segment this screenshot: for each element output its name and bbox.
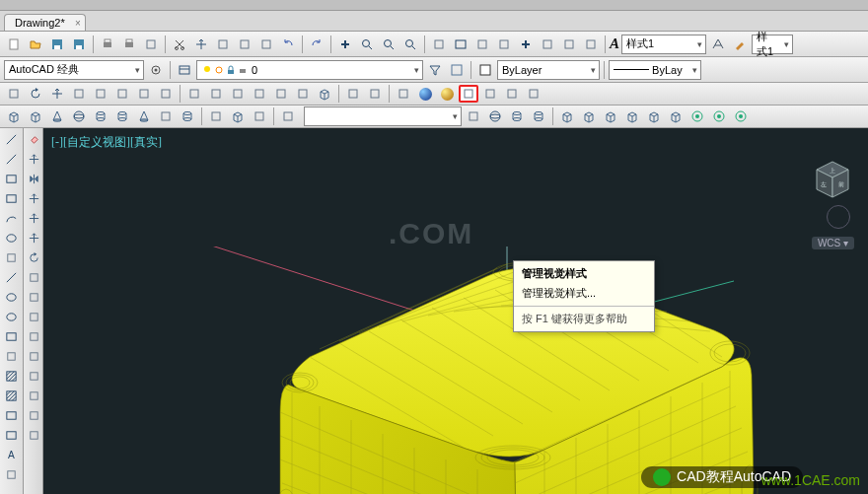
iso-left-icon[interactable] [601,107,620,125]
3dorbit-icon[interactable] [687,107,707,125]
table2-icon[interactable] [2,426,22,445]
copy2-icon[interactable] [24,150,43,169]
mirror-icon[interactable] [24,170,43,188]
wedge-icon[interactable] [26,107,45,125]
polygon-icon[interactable] [2,170,22,188]
3dmove-icon[interactable] [47,85,67,103]
linetype-dropdown[interactable]: ByLay [609,60,701,80]
save-icon[interactable] [47,35,67,54]
link-icon[interactable] [559,35,579,54]
brush-icon[interactable] [730,35,750,54]
slice-icon[interactable] [91,85,110,103]
break-icon[interactable] [24,347,43,366]
annotation-icon[interactable] [708,35,728,54]
rect-icon[interactable] [2,189,22,208]
new-icon[interactable] [4,35,24,54]
help-icon[interactable] [581,35,601,54]
layer-filter-icon[interactable] [425,60,445,80]
arc-icon[interactable] [2,209,22,228]
polysolid-icon[interactable] [156,107,176,125]
ellipse-icon[interactable] [2,288,22,307]
region-icon[interactable] [2,406,22,425]
iso-right-icon[interactable] [622,107,642,125]
nav-wheel-icon[interactable] [827,205,850,229]
box-face-icon[interactable] [315,85,334,103]
wire3d-icon[interactable] [365,85,385,103]
orbit-free-icon[interactable] [709,107,729,125]
pyramid-icon[interactable] [134,107,154,125]
rotate-icon[interactable] [24,248,43,267]
circle-icon[interactable] [2,229,22,247]
redo-icon[interactable] [307,35,326,54]
spline-icon[interactable] [2,268,22,287]
filter-icon[interactable] [464,107,483,125]
paste-icon[interactable] [213,35,233,54]
saveas-icon[interactable] [69,35,89,54]
layer-properties-icon[interactable] [175,60,194,80]
stretch-icon[interactable] [24,288,43,307]
facet-icon[interactable] [502,85,522,103]
text-style-icon[interactable]: A [610,35,619,52]
zoom-window-icon[interactable] [357,35,377,54]
visual-styles-icon[interactable] [459,85,478,103]
gradient-icon[interactable] [2,387,22,405]
box-icon[interactable] [4,107,24,125]
sheet-icon[interactable] [429,35,449,54]
revolve-icon[interactable] [228,85,248,103]
coil-icon[interactable] [507,107,527,125]
smooth-icon[interactable] [524,85,543,103]
layers-panel-icon[interactable] [516,35,536,54]
shaded-blue-icon[interactable] [415,85,435,103]
sphere2-icon[interactable] [69,107,89,125]
cylinder-icon[interactable] [91,107,110,125]
move-icon[interactable] [24,229,43,247]
wcs-label[interactable]: WCS ▾ [812,237,854,249]
viewport-label[interactable]: [-][自定义视图][真实] [51,134,162,151]
hatch-icon[interactable] [2,367,22,386]
interfere-icon[interactable] [112,85,132,103]
array-icon[interactable] [24,209,43,228]
layer-dropdown[interactable]: 0 [196,60,423,80]
thicken-icon[interactable] [134,85,154,103]
iso-top-icon[interactable] [557,107,577,125]
mesh-box-icon[interactable] [228,107,248,125]
publish-icon[interactable] [141,35,161,54]
helix-icon[interactable] [178,107,197,125]
print-preview-icon[interactable] [119,35,139,54]
loft-icon[interactable] [250,85,269,103]
close-icon[interactable]: × [75,18,81,29]
block-icon[interactable] [2,327,22,346]
hidden-icon[interactable] [394,85,413,103]
revcloud-icon[interactable] [2,248,22,267]
table-icon[interactable] [451,35,470,54]
ellipse-arc-icon[interactable] [2,308,22,326]
color-dropdown[interactable]: ByLayer [497,60,600,80]
convert-icon[interactable] [156,85,176,103]
gear-icon[interactable] [146,60,166,80]
mesh-icon[interactable] [480,85,500,103]
extend-icon[interactable] [24,327,43,346]
spring-icon[interactable] [529,107,548,125]
presspull-icon[interactable] [293,85,313,103]
shaded-gold-icon[interactable] [437,85,457,103]
front-icon[interactable] [644,107,664,125]
text-style-dropdown[interactable]: 样式1 [621,35,706,54]
offset-icon[interactable] [24,189,43,208]
workspace-dropdown[interactable]: AutoCAD 经典 [4,60,144,80]
extrude-icon[interactable] [271,85,291,103]
document-tab[interactable]: Drawing2* × [4,14,86,31]
join-icon[interactable] [24,367,43,386]
iso-bot-icon[interactable] [579,107,599,125]
3dalign-icon[interactable] [4,85,24,103]
camera-icon[interactable] [278,107,298,125]
section-icon[interactable] [69,85,89,103]
text-icon[interactable]: A [2,446,22,464]
undo-icon[interactable] [278,35,298,54]
wire2d-icon[interactable] [343,85,363,103]
match-icon[interactable] [235,35,254,54]
calc-icon[interactable] [472,35,492,54]
orbit-cont-icon[interactable] [731,107,751,125]
cone-icon[interactable] [47,107,67,125]
chamfer-icon[interactable] [24,387,43,405]
trim-icon[interactable] [24,308,43,326]
